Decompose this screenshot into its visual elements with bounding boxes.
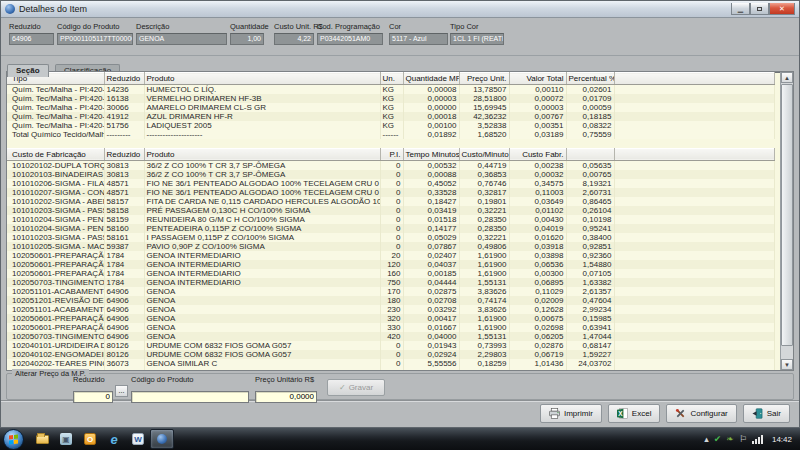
grid-row[interactable]: 101010205-SIGMA - MACAROQUEI...59387PAVI… (7, 242, 775, 251)
grid-cell: 3,83626 (459, 287, 509, 296)
grid-cell: 101010204-SIGMA - PENTEADEIRAS (7, 215, 104, 224)
grid-cell: 30813 (104, 160, 144, 170)
grid-cell (614, 251, 775, 260)
start-button[interactable] (3, 429, 24, 450)
grid-row[interactable]: Quím. Tec/Malha - PI:420-tingir foul...3… (7, 103, 775, 112)
grid-cell: 0,10198 (566, 215, 614, 224)
grid-row[interactable]: 101010203-SIGMA - PASSADORES58158PRÉ PAS… (7, 206, 775, 215)
grid-cell: 0,04444 (403, 278, 459, 287)
form-preco: Preço Unitário R$ (255, 375, 317, 403)
grid-row[interactable]: 102051201-REVISÃO DE TECIDO64906GENOA180… (7, 296, 775, 305)
grid-row[interactable]: 102050601-PREPARAÇÃO TINTUR...1784GENOA … (7, 251, 775, 260)
taskbar-clock[interactable]: 14:42 (768, 435, 792, 444)
grid-row[interactable]: 101020102-DUPLA TORÇÃO3081336/2 Z CO 100… (7, 160, 775, 170)
grid-cell: 2,99234 (566, 305, 614, 314)
outlook-icon: O (84, 433, 96, 445)
grid-row[interactable]: 102040102-ENGOMADEIRA80126URDUME COM 683… (7, 350, 775, 359)
tray-app-icon[interactable]: ❧ (726, 434, 734, 444)
imprimir-button[interactable]: Imprimir (540, 404, 602, 423)
grid-row[interactable]: 102050601-PREPARAÇÃO TINTUR...64906GENOA… (7, 323, 775, 332)
grid-cell: 0,73993 (459, 341, 509, 350)
grid-cell: 0 (380, 160, 403, 170)
grid-cell (566, 139, 614, 148)
taskbar-explorer[interactable] (30, 429, 54, 449)
grid-row[interactable]: 102040101-URDIDEIRA DIRETA80126URDUME CO… (7, 341, 775, 350)
sair-button[interactable]: Sair (743, 404, 790, 423)
grid-row[interactable]: 101010203-SIGMA - PASSADORES58161I PASSA… (7, 233, 775, 242)
form-preco-input[interactable] (255, 391, 317, 403)
grid-row[interactable]: 102050601-PREPARAÇÃO TINTUR...64906GENOA… (7, 314, 775, 323)
grid-cell: 120 (380, 260, 403, 269)
form-reduzido-input[interactable] (73, 391, 113, 403)
grid-total-row[interactable]: Total Químico Tecido/Malha--------------… (7, 130, 775, 139)
grid-cell: FITA DE CARDA NE 0,115 CARDADO HERCULES … (144, 197, 380, 206)
grid-cell (614, 368, 775, 372)
grid-cell: GENOA INTERMEDIARIO (144, 260, 380, 269)
grid-row[interactable]: 101010206-SIGMA - FILATÓRIOS48571FIO NE … (7, 179, 775, 188)
grid-cell: 0,33528 (403, 188, 459, 197)
tab-secao[interactable]: Seção (7, 64, 49, 77)
grid-row[interactable]: Quím. Tec/Malha - PI:420-tingir foul...1… (7, 94, 775, 103)
grid-cell: GENOA (144, 305, 380, 314)
grid-row[interactable]: 102050703-TINGIMENTO FOULARD64906GENOA42… (7, 332, 775, 341)
grid-row[interactable]: 102051101-ACABAMENTO DE TEC...64906GENOA… (7, 305, 775, 314)
grid-row[interactable]: 101010204-SIGMA - PENTEADEIRAS58160PENTE… (7, 224, 775, 233)
grid-row[interactable]: 101010207-SIGMA - CONICALEIRAS48571FIO N… (7, 188, 775, 197)
grid-cell: 1784 (104, 260, 144, 269)
grid-cell: 0,02407 (403, 251, 459, 260)
grid-row[interactable]: Quím. Tec/Malha - PI:420-tingir foul...4… (7, 112, 775, 121)
taskbar-internet-explorer[interactable]: e (102, 429, 126, 449)
grid-cell: 0,00351 (509, 121, 566, 130)
grid-cell: 0,00100 (403, 121, 459, 130)
grid-row[interactable]: 102050703-TINGIMENTO FOULARD1784GENOA IN… (7, 278, 775, 287)
field-codigo-produto: Código do Produto PP0001105117TT0000000 (57, 22, 133, 45)
grid-row[interactable]: Quím. Tec/Malha - PI:420-tingir foul...1… (7, 85, 775, 95)
grid-row[interactable]: 101020103-BINADEIRAS3081336/2 Z CO 100% … (7, 170, 775, 179)
hidden-icons-chevron[interactable]: ▴ (704, 434, 709, 444)
grid-cell: Total Químico Tecido/Malha (7, 130, 104, 139)
taskbar-word[interactable]: W (126, 429, 150, 449)
grid-row[interactable]: 101010204-SIGMA - PENTEADEIRAS58159REUNI… (7, 215, 775, 224)
grid-row[interactable]: 102050601-PREPARAÇÃO TINTUR...1784GENOA … (7, 260, 775, 269)
excel-button-label: Excel (632, 409, 652, 418)
excel-button[interactable]: X Excel (608, 404, 661, 423)
grid-row[interactable]: 101010202-SIGMA - ABERTURA/C...58157FITA… (7, 197, 775, 206)
taskbar-pinned-app[interactable]: ▣ (54, 429, 78, 449)
grid-row[interactable]: 102051101-ACABAMENTO DE TEC...64906GENOA… (7, 287, 775, 296)
scrollbar-thumb[interactable] (781, 84, 793, 346)
grid-cell (459, 139, 509, 148)
grid-cell: 0 (380, 188, 403, 197)
grid-cell: 0,00675 (509, 314, 566, 323)
grid-row[interactable]: 102050601-PREPARAÇÃO TINTUR...1784GENOA … (7, 269, 775, 278)
network-icon[interactable] (752, 435, 763, 444)
browse-button[interactable]: ... (115, 385, 128, 397)
action-center-flag-icon[interactable]: ⚐ (739, 434, 747, 444)
form-codigo-input[interactable] (131, 391, 249, 403)
tray-check-icon[interactable]: ✔ (714, 434, 722, 444)
grid-cell: 58157 (104, 197, 144, 206)
titlebar[interactable]: Detalhes do Item ▁ ✕ (1, 1, 799, 18)
field-cod-programacao: Cod. Programação P03442051AM0 (317, 22, 383, 45)
minimize-button[interactable]: ▁ (731, 3, 750, 15)
taskbar-outlook[interactable]: O (78, 429, 102, 449)
vertical-scrollbar[interactable]: ▲ ▼ (780, 72, 793, 370)
close-button[interactable]: ✕ (769, 3, 795, 15)
grid-cell: Produto (144, 148, 380, 160)
scroll-up-icon[interactable]: ▲ (781, 72, 793, 83)
gravar-button[interactable]: ✓ Gravar (327, 379, 385, 396)
cost-grid-panel: TipoReduzidoProdutoUn.Quantidade MPPreço… (6, 71, 794, 371)
grid-total-row[interactable]: Total do Custo de Fabricação------------… (7, 368, 775, 372)
grid-cell: 101010207-SIGMA - CONICALEIRAS (7, 188, 104, 197)
window-footer (1, 424, 799, 427)
grid-cell: 0,03649 (509, 197, 566, 206)
maximize-button[interactable] (750, 3, 769, 15)
grid-row[interactable]: 102040202-TEARES PINÇA36073GENOA SIMILAR… (7, 359, 775, 368)
scroll-down-icon[interactable]: ▼ (781, 359, 793, 370)
configurar-button[interactable]: Configurar (666, 404, 736, 423)
grid-row[interactable]: Quím. Tec/Malha - PI:420-tingir foul...5… (7, 121, 775, 130)
grid-cell: Reduzido (104, 73, 144, 85)
grid-cell: Produto (144, 73, 380, 85)
configurar-button-label: Configurar (690, 409, 727, 418)
taskbar-active-app[interactable] (150, 429, 174, 449)
grid-cell: 0,00018 (403, 112, 459, 121)
